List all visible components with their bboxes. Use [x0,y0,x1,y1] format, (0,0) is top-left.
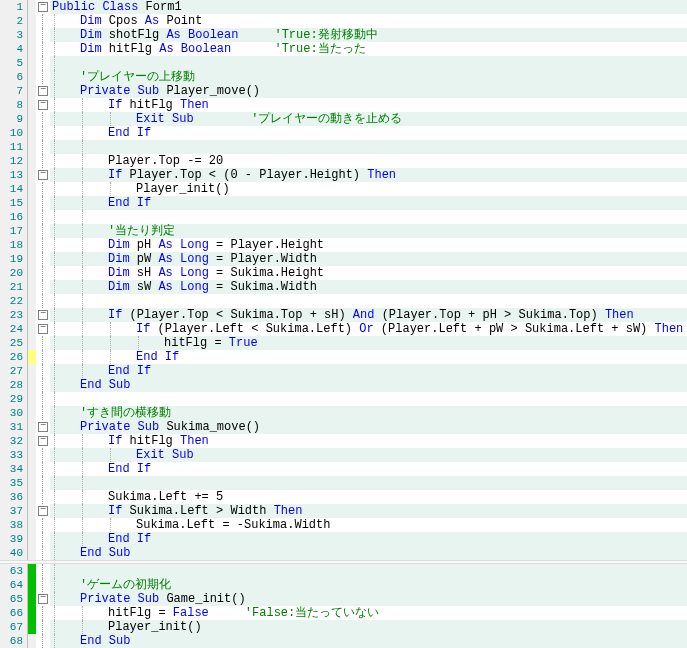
code-text[interactable]: If hitFlg Then [106,434,687,448]
code-text[interactable]: If (Player.Left < Sukima.Left) Or (Playe… [134,322,687,336]
code-text[interactable] [78,564,687,578]
code-text[interactable]: Sukima.Left = -Sukima.Width [134,518,687,532]
code-text[interactable]: If Sukima.Left > Width Then [106,504,687,518]
code-line[interactable]: 29 [0,392,687,406]
code-text[interactable]: Player_init() [134,182,687,196]
code-text[interactable]: End Sub [78,546,687,560]
code-text[interactable]: End Sub [78,634,687,648]
fold-toggle-icon[interactable] [36,308,50,322]
code-text[interactable] [106,476,687,490]
code-text[interactable]: 'プレイヤーの上移動 [78,70,687,84]
code-text[interactable]: End If [106,126,687,140]
code-text[interactable]: Private Sub Game_init() [78,592,687,606]
fold-toggle-icon[interactable] [36,504,50,518]
code-line[interactable]: 33Exit Sub [0,448,687,462]
code-text[interactable]: End If [134,350,687,364]
code-text[interactable]: Public Class Form1 [50,0,687,14]
code-line[interactable]: 40End Sub [0,546,687,560]
code-text[interactable]: Player.Top -= 20 [106,154,687,168]
code-line[interactable]: 18Dim pH As Long = Player.Height [0,238,687,252]
code-text[interactable]: End If [106,196,687,210]
code-line[interactable]: 38Sukima.Left = -Sukima.Width [0,518,687,532]
code-text[interactable]: End Sub [78,378,687,392]
code-line[interactable]: 1Public Class Form1 [0,0,687,14]
fold-toggle-icon[interactable] [36,592,50,606]
code-line[interactable]: 36Sukima.Left += 5 [0,490,687,504]
code-text[interactable] [78,392,687,406]
code-text[interactable] [78,56,687,70]
code-text[interactable]: Private Sub Sukima_move() [78,420,687,434]
code-line[interactable]: 23If (Player.Top < Sukima.Top + sH) And … [0,308,687,322]
code-text[interactable]: Dim Cpos As Point [78,14,687,28]
code-text[interactable]: 'すき間の横移動 [78,406,687,420]
code-text[interactable]: Dim sH As Long = Sukima.Height [106,266,687,280]
code-line[interactable]: 39End If [0,532,687,546]
code-text[interactable]: Dim hitFlg As Boolean 'True:当たった [78,42,687,56]
code-line[interactable]: 28End Sub [0,378,687,392]
code-line[interactable]: 63 [0,564,687,578]
fold-toggle-icon[interactable] [36,168,50,182]
code-line[interactable]: 26End If [0,350,687,364]
code-text[interactable]: 'ゲームの初期化 [78,578,687,592]
code-line[interactable]: 35 [0,476,687,490]
code-block-secondary[interactable]: 6364'ゲームの初期化65Private Sub Game_init()66h… [0,564,687,648]
code-text[interactable]: End If [106,462,687,476]
fold-toggle-icon[interactable] [36,98,50,112]
code-line[interactable]: 31Private Sub Sukima_move() [0,420,687,434]
code-line[interactable]: 16 [0,210,687,224]
fold-toggle-icon[interactable] [36,322,50,336]
code-line[interactable]: 27End If [0,364,687,378]
code-line[interactable]: 65Private Sub Game_init() [0,592,687,606]
code-text[interactable]: Dim sW As Long = Sukima.Width [106,280,687,294]
code-text[interactable]: If Player.Top < (0 - Player.Height) Then [106,168,687,182]
code-line[interactable]: 4Dim hitFlg As Boolean 'True:当たった [0,42,687,56]
code-text[interactable]: Private Sub Player_move() [78,84,687,98]
code-line[interactable]: 7Private Sub Player_move() [0,84,687,98]
code-text[interactable] [106,210,687,224]
code-text[interactable]: Sukima.Left += 5 [106,490,687,504]
code-text[interactable] [106,294,687,308]
code-line[interactable]: 10End If [0,126,687,140]
code-text[interactable]: Exit Sub 'プレイヤーの動きを止める [134,112,687,126]
code-editor[interactable]: 1Public Class Form12Dim Cpos As Point3Di… [0,0,687,648]
code-text[interactable] [106,140,687,154]
code-line[interactable]: 66hitFlg = False 'False:当たっていない [0,606,687,620]
code-text[interactable]: Exit Sub [134,448,687,462]
code-line[interactable]: 6'プレイヤーの上移動 [0,70,687,84]
code-text[interactable]: '当たり判定 [106,224,687,238]
code-line[interactable]: 13If Player.Top < (0 - Player.Height) Th… [0,168,687,182]
code-line[interactable]: 22 [0,294,687,308]
code-line[interactable]: 14Player_init() [0,182,687,196]
code-line[interactable]: 15End If [0,196,687,210]
fold-toggle-icon[interactable] [36,84,50,98]
fold-toggle-icon[interactable] [36,420,50,434]
code-text[interactable]: hitFlg = True [162,336,687,350]
code-text[interactable]: Dim shotFlg As Boolean 'True:発射移動中 [78,28,687,42]
code-line[interactable]: 17'当たり判定 [0,224,687,238]
code-text[interactable]: End If [106,532,687,546]
code-text[interactable]: hitFlg = False 'False:当たっていない [106,606,687,620]
code-line[interactable]: 25hitFlg = True [0,336,687,350]
fold-toggle-icon[interactable] [36,0,50,14]
code-line[interactable]: 24If (Player.Left < Sukima.Left) Or (Pla… [0,322,687,336]
code-line[interactable]: 30'すき間の横移動 [0,406,687,420]
code-line[interactable]: 8If hitFlg Then [0,98,687,112]
code-line[interactable]: 9Exit Sub 'プレイヤーの動きを止める [0,112,687,126]
code-line[interactable]: 21Dim sW As Long = Sukima.Width [0,280,687,294]
code-line[interactable]: 2Dim Cpos As Point [0,14,687,28]
code-line[interactable]: 19Dim pW As Long = Player.Width [0,252,687,266]
code-line[interactable]: 64'ゲームの初期化 [0,578,687,592]
code-line[interactable]: 32If hitFlg Then [0,434,687,448]
code-line[interactable]: 12Player.Top -= 20 [0,154,687,168]
code-line[interactable]: 20Dim sH As Long = Sukima.Height [0,266,687,280]
code-line[interactable]: 5 [0,56,687,70]
code-line[interactable]: 34End If [0,462,687,476]
code-text[interactable]: Dim pH As Long = Player.Height [106,238,687,252]
code-line[interactable]: 67Player_init() [0,620,687,634]
fold-toggle-icon[interactable] [36,434,50,448]
code-text[interactable]: Dim pW As Long = Player.Width [106,252,687,266]
code-block-main[interactable]: 1Public Class Form12Dim Cpos As Point3Di… [0,0,687,560]
code-text[interactable]: If (Player.Top < Sukima.Top + sH) And (P… [106,308,687,322]
code-text[interactable]: End If [106,364,687,378]
code-line[interactable]: 37If Sukima.Left > Width Then [0,504,687,518]
